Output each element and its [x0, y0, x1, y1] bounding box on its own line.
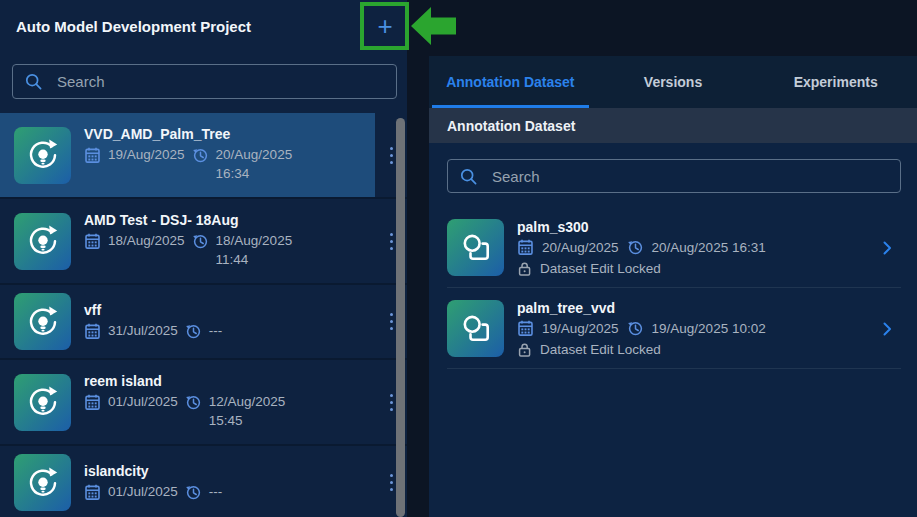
created-date: 18/Aug/2025: [108, 232, 185, 251]
project-icon: [14, 374, 71, 431]
search-icon: [25, 73, 42, 90]
history-clock-icon: [192, 147, 209, 164]
dataset-list-item[interactable]: palm_s300 20/Aug/2025 20/Aug/2025 16:31 …: [447, 207, 901, 288]
app-window: Auto Model Development Project + VVD_AMD…: [0, 0, 917, 517]
calendar-icon: [84, 484, 101, 501]
modified-date: 12/Aug/2025 15:45: [209, 393, 306, 431]
left-panel-header: Auto Model Development Project: [0, 0, 407, 52]
search-icon: [460, 168, 477, 185]
modified-date: 20/Aug/2025 16:34: [216, 146, 313, 184]
dataset-status: Dataset Edit Locked: [540, 342, 661, 357]
panel-title: Auto Model Development Project: [16, 18, 393, 35]
detail-panel: Annotation Dataset Versions Experiments …: [429, 0, 917, 517]
lock-icon: [517, 342, 532, 357]
history-clock-icon: [627, 239, 644, 256]
project-search-box[interactable]: [12, 64, 397, 99]
project-list-item[interactable]: reem island 01/Jul/2025 12/Aug/2025 15:4…: [0, 360, 407, 446]
calendar-icon: [84, 394, 101, 411]
project-list-item[interactable]: islandcity 01/Jul/2025 ---: [0, 446, 407, 517]
modified-date: ---: [209, 483, 223, 502]
project-name: vff: [84, 302, 375, 318]
calendar-icon: [517, 239, 534, 256]
history-clock-icon: [192, 233, 209, 250]
modified-date: ---: [209, 322, 223, 341]
dataset-list: palm_s300 20/Aug/2025 20/Aug/2025 16:31 …: [447, 207, 901, 369]
created-date: 20/Aug/2025: [542, 240, 619, 255]
dataset-name: palm_tree_vvd: [517, 300, 866, 316]
lock-icon: [517, 261, 532, 276]
dataset-icon: [447, 219, 504, 276]
created-date: 31/Jul/2025: [108, 322, 178, 341]
calendar-icon: [517, 320, 534, 337]
project-list-item[interactable]: AMD Test - DSJ- 18Aug 18/Aug/2025 18/Aug…: [0, 199, 407, 285]
project-icon: [14, 454, 71, 511]
history-clock-icon: [185, 484, 202, 501]
project-list-panel: Auto Model Development Project + VVD_AMD…: [0, 0, 407, 517]
project-name: VVD_AMD_Palm_Tree: [84, 126, 375, 142]
history-clock-icon: [185, 394, 202, 411]
calendar-icon: [84, 323, 101, 340]
dataset-search-box[interactable]: [447, 159, 901, 193]
modified-date: 18/Aug/2025 11:44: [216, 232, 313, 270]
project-list-item[interactable]: vff 31/Jul/2025 ---: [0, 285, 407, 360]
project-list: VVD_AMD_Palm_Tree 19/Aug/2025 20/Aug/202…: [0, 113, 407, 517]
modified-date: 19/Aug/2025 10:02: [652, 321, 766, 336]
add-project-button[interactable]: +: [364, 6, 406, 46]
history-clock-icon: [627, 320, 644, 337]
project-icon: [14, 127, 71, 184]
chevron-right-icon[interactable]: [879, 320, 897, 338]
calendar-icon: [84, 233, 101, 250]
project-name: reem island: [84, 373, 375, 389]
dataset-panel-content: palm_s300 20/Aug/2025 20/Aug/2025 16:31 …: [429, 143, 917, 517]
dataset-status: Dataset Edit Locked: [540, 261, 661, 276]
dataset-search-input[interactable]: [490, 167, 888, 186]
project-name: islandcity: [84, 463, 375, 479]
created-date: 01/Jul/2025: [108, 393, 178, 412]
tab-bar: Annotation Dataset Versions Experiments: [429, 56, 917, 108]
chevron-right-icon[interactable]: [879, 239, 897, 257]
project-search-input[interactable]: [55, 72, 384, 91]
section-header: Annotation Dataset: [429, 108, 917, 143]
created-date: 19/Aug/2025: [108, 146, 185, 165]
tab-experiments[interactable]: Experiments: [754, 56, 917, 108]
project-name: AMD Test - DSJ- 18Aug: [84, 212, 375, 228]
dataset-list-item[interactable]: palm_tree_vvd 19/Aug/2025 19/Aug/2025 10…: [447, 288, 901, 369]
calendar-icon: [84, 147, 101, 164]
modified-date: 20/Aug/2025 16:31: [652, 240, 766, 255]
dataset-name: palm_s300: [517, 219, 866, 235]
history-clock-icon: [185, 323, 202, 340]
tab-annotation-dataset[interactable]: Annotation Dataset: [429, 56, 592, 108]
project-icon: [14, 213, 71, 270]
dataset-icon: [447, 300, 504, 357]
project-icon: [14, 293, 71, 350]
tab-versions[interactable]: Versions: [592, 56, 755, 108]
top-spacer: [429, 0, 917, 56]
created-date: 01/Jul/2025: [108, 483, 178, 502]
project-list-item[interactable]: VVD_AMD_Palm_Tree 19/Aug/2025 20/Aug/202…: [0, 113, 407, 199]
created-date: 19/Aug/2025: [542, 321, 619, 336]
scrollbar-thumb[interactable]: [396, 118, 405, 517]
